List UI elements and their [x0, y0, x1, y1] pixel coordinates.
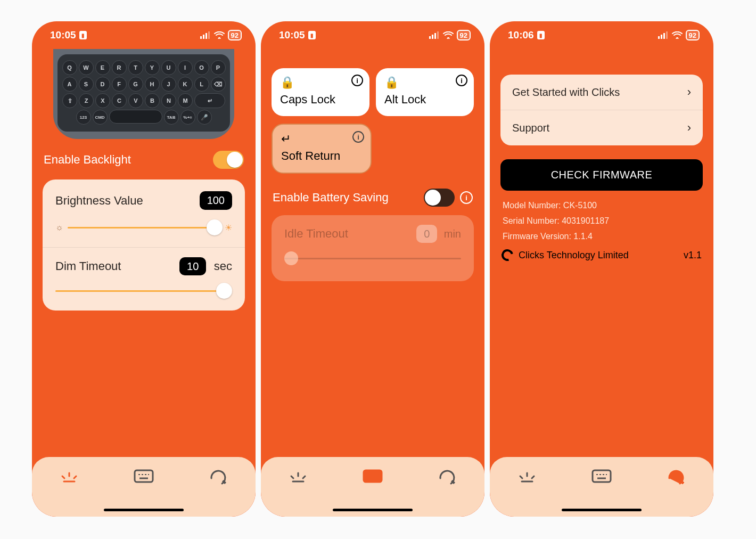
svg-rect-13 — [434, 33, 436, 39]
backlight-icon — [60, 469, 79, 485]
svg-line-5 — [62, 476, 64, 478]
home-indicator — [562, 509, 642, 511]
svg-line-18 — [303, 476, 305, 478]
backlight-icon — [289, 469, 308, 485]
signal-icon — [658, 31, 669, 39]
svg-line-27 — [520, 476, 522, 478]
svg-rect-3 — [208, 31, 210, 39]
clock: 10:06 — [508, 29, 534, 41]
support-list: Get Started with Clicks › Support › — [500, 75, 703, 145]
wifi-icon — [214, 31, 225, 39]
svg-rect-2 — [206, 33, 207, 39]
list-item-get-started[interactable]: Get Started with Clicks › — [500, 75, 703, 110]
info-icon[interactable]: i — [352, 131, 364, 143]
backlight-panel: Brightness Value 100 ☼ ☀ Dim Timeout 10 … — [43, 179, 245, 311]
battery-badge: 92 — [228, 30, 242, 40]
status-bar: 10:05 ▮ 92 — [261, 21, 484, 49]
keyboard-icon — [591, 469, 612, 484]
signal-icon — [429, 31, 440, 39]
svg-rect-0 — [200, 36, 202, 39]
info-icon[interactable]: i — [460, 191, 473, 204]
dim-timeout-unit: sec — [214, 259, 232, 273]
svg-rect-8 — [135, 470, 153, 482]
card-caps-lock[interactable]: i 🔒 Caps Lock — [272, 68, 369, 116]
phone-screen-backlight: 10:05 ▮ 92 QWERTYUIOP ASDFGHJKL⌫ ⇧ZXCVBN… — [32, 21, 256, 517]
tab-settings[interactable] — [431, 469, 463, 486]
lock-caps-icon: 🔒 — [280, 76, 361, 89]
svg-line-16 — [291, 476, 293, 478]
keyboard-icon — [133, 469, 154, 484]
brightness-high-icon: ☀ — [225, 223, 232, 233]
svg-rect-22 — [658, 36, 660, 39]
signal-icon — [200, 31, 211, 39]
battery-saving-row: Enable Battery Saving i — [261, 174, 484, 212]
settings-icon — [209, 469, 227, 486]
svg-rect-19 — [364, 470, 382, 482]
serial-number: Serial Number: 4031901187 — [503, 214, 701, 229]
status-bar: 10:06 ▮ 92 — [490, 21, 713, 49]
lock-alt-icon: 🔒 — [384, 76, 465, 89]
tab-settings[interactable] — [202, 469, 234, 486]
card-soft-return[interactable]: i ↵ Soft Return — [272, 124, 372, 174]
clock: 10:05 — [50, 29, 76, 41]
info-icon[interactable]: i — [456, 75, 467, 86]
svg-rect-14 — [437, 31, 439, 39]
enable-backlight-row: Enable Backlight — [32, 139, 256, 175]
keyboard-preview: QWERTYUIOP ASDFGHJKL⌫ ⇧ZXCVBNM↵ 123CMDTA… — [53, 49, 234, 139]
settings-icon — [667, 469, 685, 486]
sim-icon: ▮ — [308, 31, 316, 39]
enable-backlight-switch[interactable] — [213, 151, 244, 169]
phone-screen-support: 10:06 ▮ 92 Get Started with Clicks › Sup… — [490, 21, 713, 517]
phone-screen-shortcuts: 10:05 ▮ 92 i 🔒 Caps Lock i 🔒 Alt Lock i … — [261, 21, 484, 517]
tab-backlight[interactable] — [282, 469, 314, 485]
list-item-label: Support — [512, 122, 549, 134]
tab-bar — [490, 457, 713, 517]
app-version: v1.1 — [684, 250, 702, 261]
battery-saving-switch[interactable] — [424, 189, 455, 207]
tab-keyboard[interactable] — [586, 469, 618, 484]
dim-timeout-label: Dim Timeout — [55, 259, 121, 273]
firmware-version: Firmware Version: 1.1.4 — [503, 229, 701, 244]
backlight-icon — [517, 469, 537, 485]
check-firmware-button[interactable]: CHECK FIRMWARE — [500, 159, 703, 191]
tab-backlight[interactable] — [53, 469, 85, 485]
card-alt-lock[interactable]: i 🔒 Alt Lock — [376, 68, 474, 116]
tab-keyboard[interactable] — [128, 469, 160, 484]
tab-settings[interactable] — [660, 469, 692, 486]
status-bar: 10:05 ▮ 92 — [32, 21, 256, 49]
dim-timeout-slider[interactable] — [55, 286, 232, 296]
clock: 10:05 — [279, 29, 305, 41]
tab-backlight[interactable] — [511, 469, 543, 485]
brightness-label: Brightness Value — [55, 194, 143, 208]
list-item-support[interactable]: Support › — [500, 110, 703, 145]
return-icon: ↵ — [281, 132, 362, 146]
chevron-right-icon: › — [687, 121, 691, 135]
sim-icon: ▮ — [79, 31, 87, 39]
keyboard-icon — [362, 469, 383, 484]
svg-rect-25 — [666, 31, 668, 39]
tab-bar — [32, 457, 256, 517]
battery-saving-label: Enable Battery Saving — [273, 191, 389, 205]
card-title: Soft Return — [281, 149, 340, 162]
list-item-label: Get Started with Clicks — [512, 86, 620, 99]
svg-line-29 — [532, 476, 534, 478]
brightness-slider[interactable]: ☼ ☀ — [55, 223, 232, 232]
company-logo-icon — [499, 247, 515, 263]
svg-rect-1 — [203, 35, 204, 39]
card-title: Alt Lock — [384, 93, 426, 106]
tab-keyboard[interactable] — [357, 469, 389, 484]
device-info: Model Number: CK-5100 Serial Number: 403… — [503, 198, 701, 244]
idle-timeout-slider — [284, 254, 461, 263]
svg-rect-12 — [432, 35, 433, 39]
svg-rect-11 — [429, 36, 431, 39]
settings-icon — [438, 469, 456, 486]
svg-rect-24 — [663, 33, 665, 39]
battery-badge: 92 — [686, 30, 700, 40]
svg-line-7 — [74, 476, 76, 478]
battery-badge: 92 — [457, 30, 471, 40]
company-name: Clicks Technology Limited — [519, 250, 629, 261]
idle-timeout-panel: Idle Timeout 0 min — [272, 215, 474, 281]
info-icon[interactable]: i — [351, 75, 363, 86]
home-indicator — [333, 509, 413, 511]
enable-backlight-label: Enable Backlight — [44, 153, 131, 167]
